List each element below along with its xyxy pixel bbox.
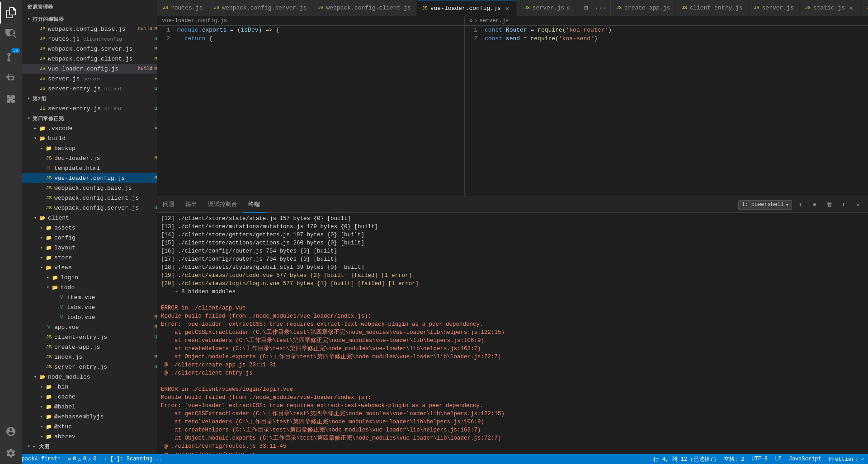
tab-client-entry[interactable]: JS client-entry.js: [676, 0, 748, 16]
tab-debug-console[interactable]: 调试控制台: [203, 197, 243, 213]
split-editor-button[interactable]: ⊞: [580, 2, 592, 14]
folder-xtuc[interactable]: 📁 @xtuc: [22, 422, 157, 431]
encoding-status[interactable]: UTF-8: [748, 454, 771, 464]
file-template-html[interactable]: H template.html: [22, 163, 157, 173]
file-tabs-vue[interactable]: V tabs.vue: [22, 302, 157, 312]
tab-close-button[interactable]: ✕: [504, 5, 511, 12]
open-file-server-entry[interactable]: JS server-entry.js client U: [22, 84, 157, 94]
group2-server-entry[interactable]: JS server-entry.js client U: [22, 103, 157, 113]
tab-routes-js[interactable]: JS routes.js: [157, 0, 208, 16]
add-terminal-button[interactable]: ＋: [794, 198, 807, 211]
js-icon: JS: [39, 35, 46, 42]
terminal-content[interactable]: [12] ./client/store/state/state.js 157 b…: [157, 213, 868, 454]
open-file-server[interactable]: JS server.js server ●: [22, 74, 157, 84]
folder-cache[interactable]: 📁 .cache: [22, 392, 157, 402]
line-ending-status[interactable]: LF: [771, 454, 785, 464]
tab-static-js[interactable]: JS static.js ✕: [800, 0, 861, 16]
tab-create-app[interactable]: JS create-app.js: [611, 0, 676, 16]
folder-views[interactable]: 📂 views: [22, 262, 157, 272]
open-file-webpack-client[interactable]: JS webpack.config.client.js M: [22, 54, 157, 64]
tab-terminal[interactable]: 终端: [243, 197, 265, 213]
left-editor-content[interactable]: 1 module.exports = (isDev) => { 2 return…: [157, 26, 464, 197]
chapter4-section[interactable]: 第四章修正完: [22, 113, 157, 123]
folder-webassemblyjs[interactable]: 📁 @webassemblyjs: [22, 412, 157, 422]
search-icon[interactable]: [0, 23, 22, 45]
prettier-label: Prettier: ✓: [829, 456, 864, 463]
cursor-position-status[interactable]: 行 4, 列 12 (已选择7): [650, 454, 720, 464]
language-status[interactable]: JavaScript: [785, 454, 825, 464]
folder-login[interactable]: 📁 login: [22, 272, 157, 282]
tab-dev-s[interactable]: JS dev-s...: [861, 0, 868, 16]
term-line: [161, 296, 864, 304]
tab-server-js[interactable]: JS server.js ⎘: [519, 0, 576, 16]
folder-build[interactable]: 📂 build: [22, 133, 157, 143]
scanning-status[interactable]: ↕ [-]: Scanning...: [100, 454, 166, 464]
open-file-routes[interactable]: JS routes.js client↑config U: [22, 34, 157, 44]
source-control-icon[interactable]: 36: [0, 45, 22, 67]
tab-server-js-2[interactable]: JS server.js: [749, 0, 800, 16]
tab-label: vue-loader.config.js: [430, 5, 501, 12]
open-file-vue-loader[interactable]: JS vue-loader.config.js build M: [22, 64, 157, 74]
folder-store[interactable]: 📁 store: [22, 253, 157, 262]
js-icon: JS: [45, 194, 52, 202]
prettier-status[interactable]: Prettier: ✓: [825, 454, 868, 464]
folder-layout[interactable]: 📁 layout: [22, 243, 157, 253]
folder-babel[interactable]: 📁 @babel: [22, 402, 157, 412]
tab-output[interactable]: 输出: [180, 197, 203, 213]
term-line: Module build failed (from ./node_modules…: [161, 394, 864, 402]
tab-webpack-server[interactable]: JS webpack.config.server.js: [208, 0, 312, 16]
file-client-entry[interactable]: JS client-entry.js U: [22, 332, 157, 342]
daitu-section[interactable]: ▾ 大图: [22, 441, 157, 451]
right-editor-content[interactable]: 1 const Router = require('koa-router') 2…: [465, 26, 868, 197]
term-line: [18] ./client/assets/styles/global.styl …: [161, 263, 864, 272]
folder-node-modules[interactable]: 📂 node_modules: [22, 372, 157, 382]
folder-vscode[interactable]: 📁 .vscode ●: [22, 123, 157, 133]
terminal-instance-label: 1: powershell: [741, 202, 784, 208]
file-vue-loader-config[interactable]: JS vue-loader.config.js M: [22, 173, 157, 183]
open-editors-section[interactable]: 打开的编辑器: [22, 14, 157, 24]
open-file-webpack-base[interactable]: JS webpack.config.base.js build M: [22, 24, 157, 34]
term-line: at Object.module.exports (C:\工作目录\test\第…: [161, 353, 864, 361]
file-webpack-client[interactable]: JS webpack.config.client.js: [22, 193, 157, 203]
terminal-instance-selector[interactable]: 1: powershell ▾: [738, 200, 792, 210]
folder-client[interactable]: 📂 client: [22, 213, 157, 223]
more-tabs-button[interactable]: ···: [594, 2, 607, 14]
tab-webpack-client[interactable]: JS webpack.config.client.js: [312, 0, 416, 16]
folder-todo[interactable]: 📂 todo: [22, 282, 157, 292]
split-terminal-button[interactable]: ⊞: [808, 198, 821, 211]
debug-icon[interactable]: [0, 67, 22, 89]
file-create-app[interactable]: JS create-app.js: [22, 342, 157, 352]
tab-problems[interactable]: 问题: [157, 197, 180, 213]
js-icon: JS: [45, 204, 52, 211]
tab-vue-loader-config[interactable]: JS vue-loader.config.js ✕: [417, 0, 517, 16]
folder-bin[interactable]: 📁 .bin: [22, 382, 157, 392]
settings-icon[interactable]: [0, 442, 22, 464]
open-file-webpack-server[interactable]: JS webpack.config.server.js M: [22, 44, 157, 54]
trash-terminal-button[interactable]: 🗑: [823, 198, 835, 211]
file-webpack-server[interactable]: JS webpack.config.server.js U: [22, 203, 157, 213]
language-label: JavaScript: [789, 456, 821, 462]
group2-section[interactable]: 第2组: [22, 94, 157, 103]
file-webpack-base[interactable]: JS webpack.config.base.js: [22, 183, 157, 193]
indentation-status[interactable]: 空格: 2: [720, 454, 748, 464]
file-todo-vue[interactable]: V todo.vue M: [22, 312, 157, 322]
js-icon: JS: [45, 363, 52, 370]
account-icon[interactable]: [0, 421, 22, 442]
folder-config[interactable]: 📁 config: [22, 233, 157, 243]
file-doc-loader[interactable]: JS doc-loader.js M: [22, 153, 157, 163]
term-line: at getCSSExtractLoader (C:\工作目录\test\第四章…: [161, 328, 864, 337]
explorer-icon[interactable]: [0, 2, 22, 23]
file-index-js[interactable]: JS index.js M: [22, 352, 157, 362]
maximize-terminal-button[interactable]: ⬆: [837, 198, 850, 211]
errors-warnings-status[interactable]: ⊗ 0 ⚠ 0 △ 0: [64, 454, 100, 464]
term-line: ERROR in ./client/views/login/login.vue: [161, 385, 864, 394]
folder-abbrev[interactable]: 📁 abbrev: [22, 431, 157, 441]
extensions-icon[interactable]: [0, 89, 22, 110]
tab-close-static[interactable]: ✕: [848, 5, 855, 12]
folder-backup[interactable]: 📁 backup: [22, 143, 157, 153]
close-panel-button[interactable]: ✕: [852, 198, 864, 211]
file-item-vue[interactable]: V item.vue: [22, 292, 157, 302]
folder-assets[interactable]: 📁 assets: [22, 223, 157, 233]
file-app-vue[interactable]: V app.vue M: [22, 322, 157, 332]
file-server-entry[interactable]: JS server-entry.js U: [22, 362, 157, 372]
